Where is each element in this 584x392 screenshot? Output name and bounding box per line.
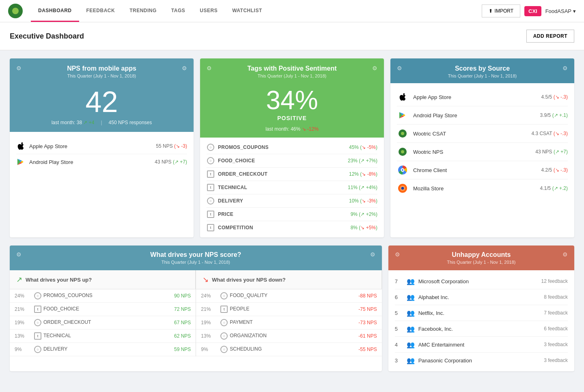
tag-t-icon4: t <box>207 224 215 232</box>
driver-down-row-5: 9% ○SCHEDULING -55 NPS <box>196 343 381 356</box>
tag-score-promos: 45% (↘ -5%) <box>349 144 377 150</box>
driver-up-row-1: 24% ○PROMOS_COUPONS 90 NPS <box>10 289 196 303</box>
nps-responses: 450 NPS responses <box>109 120 152 125</box>
tag-row-food: ○ FOOD_CHOICE 23% (↗ +7%) <box>207 154 377 168</box>
play-store-icon <box>16 157 25 166</box>
unhappy-people-icon-panasonic: 👥 <box>406 356 415 365</box>
nps-last-month: last month: 38 ↗ +4 <box>52 120 95 125</box>
account-name[interactable]: FoodASAP ▾ <box>545 8 576 14</box>
unhappy-feedback-facebook: 6 feedback <box>544 326 568 332</box>
unhappy-name-netflix: Netflix, Inc. <box>418 310 544 316</box>
drivers-filter-icon[interactable]: ⚙ <box>16 251 22 258</box>
unhappy-name-microsoft: Microsoft Corporation <box>418 278 541 284</box>
score-mozilla-name: Mozilla Store <box>413 185 540 192</box>
driver-down-nps-4: -61 NPS <box>327 330 382 343</box>
score-row-chrome: Chrome Client 4.2/5 (↘ -.3) <box>397 161 568 179</box>
driver-up-name-4: tTECHNICAL <box>29 330 149 343</box>
scores-filter-icon[interactable]: ⚙ <box>397 65 402 71</box>
unhappy-count-panasonic: 3 <box>395 358 403 364</box>
unhappy-people-icon-netflix: 👥 <box>406 308 415 317</box>
driver-up-pct-3: 19% <box>10 316 29 330</box>
tag-name-food: FOOD_CHOICE <box>218 158 348 164</box>
driver-down-pct-2: 21% <box>196 303 215 316</box>
driver-up-header: ↗ What drives your NPS up? <box>10 270 196 289</box>
driver-down-nps-2: -75 NPS <box>327 303 382 316</box>
unhappy-feedback-alphabet: 8 feedback <box>544 294 568 300</box>
score-row-android: Android Play Store 3.9/5 (↗ +.1) <box>397 106 568 125</box>
import-icon: ⬆ <box>489 8 493 14</box>
scores-card-header-text: Scores by Source This Quarter (July 1 - … <box>402 65 562 78</box>
nav-dashboard[interactable]: DASHBOARD <box>31 0 79 22</box>
driver-up-pct-5: 9% <box>10 343 29 356</box>
import-button[interactable]: ⬆ IMPORT <box>482 4 520 17</box>
scores-card-subtitle: This Quarter (July 1 - Nov 1, 2018) <box>402 73 562 78</box>
driver-down-label: What drives your NPS down? <box>212 277 285 283</box>
dashboard-grid: ⚙ NPS from mobile apps This Quarter (Jul… <box>0 50 584 246</box>
driver-down-row-1: 24% ○FOOD_QUALITY -88 NPS <box>196 289 381 303</box>
nav-tags[interactable]: TAGS <box>164 0 192 22</box>
gear-icon[interactable]: ⚙ <box>182 65 187 71</box>
score-chrome-name: Chrome Client <box>413 167 541 173</box>
driver-down-pct-5: 9% <box>196 343 215 356</box>
nps-apple-score: 55 NPS (↘ -3) <box>156 143 187 149</box>
tag-score-delivery: 10% (↘ -3%) <box>349 198 377 204</box>
nav-watchlist[interactable]: WATCHLIST <box>225 0 269 22</box>
tags-card-title: Tags with Positive Sentiment <box>212 65 372 72</box>
unhappy-row-alphabet: 6 👥 Alphabet Inc. 8 feedback <box>395 289 568 305</box>
tags-last-month: last month: 46% ↘ -12% <box>265 126 319 132</box>
tag-name-price: PRICE <box>218 211 351 217</box>
driver-down-table: 24% ○FOOD_QUALITY -88 NPS 21% tPEOPLE -7… <box>196 289 381 356</box>
unhappy-people-icon-facebook: 👥 <box>406 324 415 333</box>
add-report-button[interactable]: ADD REPORT <box>526 30 574 43</box>
driver-down-name-4: ○ORGANIZATION <box>215 330 326 343</box>
tag-circle-icon3: ○ <box>207 197 215 205</box>
nav-users[interactable]: USERS <box>192 0 225 22</box>
tags-trend-icon: ↘ <box>302 126 307 132</box>
tag-t-icon: t <box>207 170 215 178</box>
drivers-gear-icon[interactable]: ⚙ <box>370 251 375 258</box>
unhappy-gear-icon[interactable]: ⚙ <box>562 251 568 258</box>
unhappy-name-panasonic: Panasonic Corporation <box>418 358 544 364</box>
driver-down-section: ↘ What drives your NPS down? 24% ○FOOD_Q… <box>196 270 381 356</box>
logo-inner <box>12 8 19 14</box>
scores-gear-icon[interactable]: ⚙ <box>562 65 568 71</box>
nps-android-trend: (↗ +7) <box>173 159 187 165</box>
driver-up-nps-5: 59 NPS <box>149 343 196 356</box>
tags-card-header: ⚙ Tags with Positive Sentiment This Quar… <box>200 58 384 83</box>
unhappy-count-amc: 4 <box>395 342 403 348</box>
unhappy-title: Unhappy Accounts <box>400 251 562 258</box>
unhappy-count-facebook: 5 <box>395 326 403 332</box>
svg-point-3 <box>402 169 403 171</box>
unhappy-filter-icon[interactable]: ⚙ <box>395 251 400 258</box>
score-wootric-csat-value: 4.3 CSAT (↘ -.3) <box>531 131 568 136</box>
unhappy-feedback-panasonic: 3 feedback <box>544 358 568 363</box>
tags-big-pct: 34% <box>200 83 384 113</box>
score-android-icon <box>397 110 408 121</box>
svg-point-6 <box>401 187 404 190</box>
driver-down-pct-3: 19% <box>196 316 215 330</box>
scores-card-header: ⚙ Scores by Source This Quarter (July 1 … <box>390 58 574 83</box>
nps-apple-name: Apple App Store <box>29 143 156 149</box>
driver-down-row-4: 13% ○ORGANIZATION -61 NPS <box>196 330 381 343</box>
tag-row-delivery: ○ DELIVERY 10% (↘ -3%) <box>207 194 377 208</box>
driver-up-nps-3: 67 NPS <box>149 316 196 330</box>
tag-row-price: t PRICE 9% (↗ +2%) <box>207 208 377 221</box>
driver-up-name-1: ○PROMOS_COUPONS <box>29 289 149 303</box>
filter-icon[interactable]: ⚙ <box>16 65 22 71</box>
nps-apple-trend: (↘ -3) <box>174 143 187 149</box>
nps-divider: | <box>101 120 102 125</box>
driver-down-name-3: ○PAYMENT <box>215 316 326 330</box>
tags-gear-icon[interactable]: ⚙ <box>372 65 377 71</box>
cxi-badge: CXI <box>524 6 541 16</box>
score-wootric-csat-name: Wootric CSAT <box>413 131 531 137</box>
nps-source-android: Android Play Store 43 NPS (↗ +7) <box>16 154 187 170</box>
driver-up-nps-1: 90 NPS <box>149 289 196 303</box>
nav-trending[interactable]: TRENDING <box>122 0 164 22</box>
scores-card: ⚙ Scores by Source This Quarter (July 1 … <box>390 58 574 237</box>
nav-feedback[interactable]: FEEDBACK <box>79 0 123 22</box>
nps-card-header-text: NPS from mobile apps This Quarter (July … <box>22 65 182 78</box>
driver-up-row-4: 13% tTECHNICAL 62 NPS <box>10 330 196 343</box>
score-wootric-nps-name: Wootric NPS <box>413 149 535 155</box>
nps-drivers-header: ⚙ What drives your NPS score? This Quart… <box>10 246 382 270</box>
tags-filter-icon[interactable]: ⚙ <box>207 65 212 71</box>
